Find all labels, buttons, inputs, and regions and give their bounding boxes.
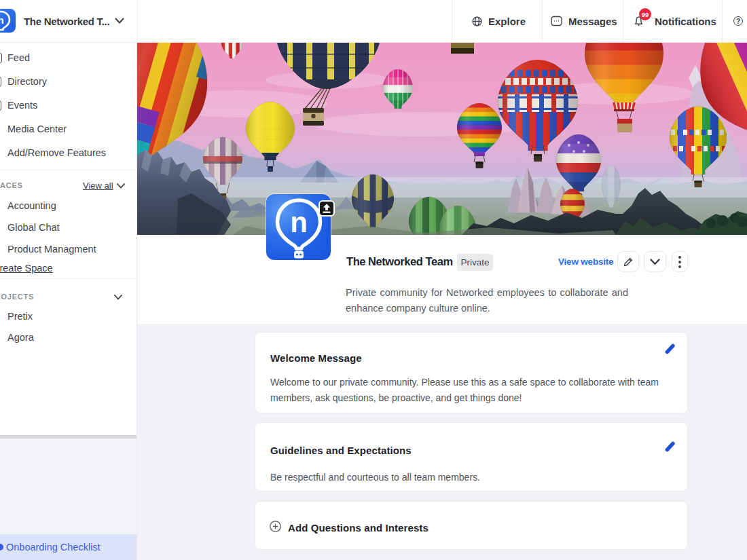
- svg-text:n: n: [0, 14, 4, 26]
- svg-text:n: n: [290, 206, 308, 238]
